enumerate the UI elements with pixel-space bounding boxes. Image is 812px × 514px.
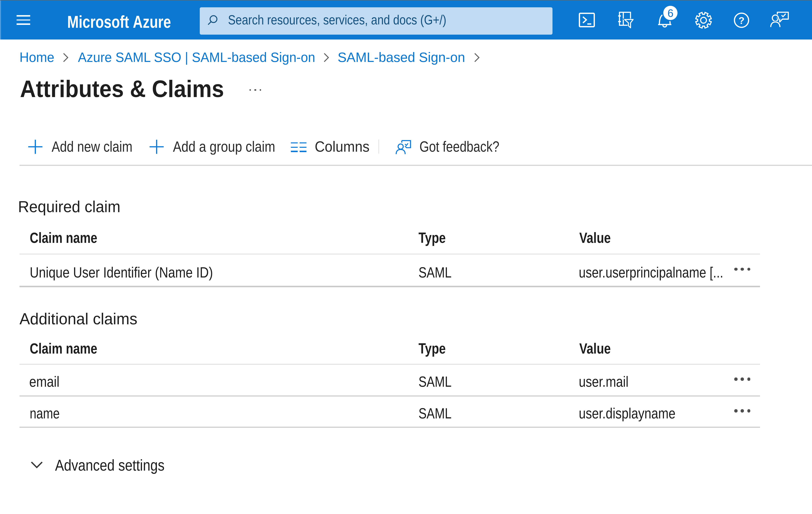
- svg-text:?: ?: [738, 15, 745, 26]
- svg-text:6: 6: [667, 7, 673, 19]
